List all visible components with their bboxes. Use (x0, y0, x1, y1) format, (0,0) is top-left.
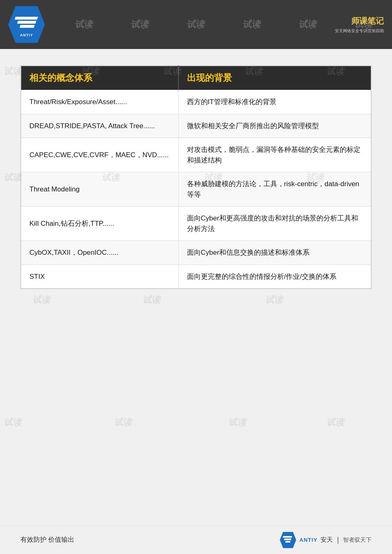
table-cell-right-3: 各种威胁建模的方法论，工具，risk-centric，data-driven等等 (178, 172, 371, 207)
table-cell-right-0: 西方的IT管理和标准化的背景 (178, 90, 371, 114)
header-brand-name: 师课笔记 (351, 16, 384, 27)
table-cell-left-4: Kill Chain,钻石分析,TTP...... (21, 207, 178, 241)
table-cell-left-1: DREAD,STRIDE,PASTA, Attack Tree...... (21, 114, 178, 138)
table-cell-left-2: CAPEC,CWE,CVE,CVRF，MAEC，NVD...... (21, 138, 178, 172)
wm-5: 试读 (242, 18, 262, 31)
main-content: 相关的概念体系 出现的背景 Threat/Risk/Exposure/Asset… (0, 49, 392, 305)
wm-6: 试读 (298, 18, 318, 31)
table-cell-right-6: 面向更完整的综合性的情报分析/作业/交换的体系 (178, 265, 371, 289)
footer-sub-brand: 智者驭天下 (343, 536, 372, 544)
footer-brand-name: 安天 (321, 536, 333, 544)
table-header-row: 相关的概念体系 出现的背景 (21, 66, 371, 90)
header: ANTIY 试读 试读 试读 试读 试读 试读 试读 师课笔记 安天网络安全专训… (0, 0, 392, 49)
footer-stripe-3 (285, 541, 291, 543)
footer-right-area: ANTIY 安天 | 智者驭天下 (280, 532, 372, 548)
table-cell-left-3: Threat Modeling (21, 172, 178, 207)
header-logo: ANTIY (8, 6, 45, 43)
concepts-table: 相关的概念体系 出现的背景 Threat/Risk/Exposure/Asset… (20, 65, 372, 289)
header-right-logo-area: 师课笔记 安天网络安全专训营第四期 (335, 10, 384, 39)
table-row: DREAD,STRIDE,PASTA, Attack Tree......微软和… (21, 114, 371, 138)
table-row: Kill Chain,钻石分析,TTP......面向Cyber和更高强度的攻击… (21, 207, 371, 241)
table-row: CAPEC,CWE,CVE,CVRF，MAEC，NVD......对攻击模式，脆… (21, 138, 371, 172)
table-cell-right-5: 面向Cyber和信息交换的描述和标准体系 (178, 241, 371, 265)
table-cell-left-6: STIX (21, 265, 178, 289)
table-row: CybOX,TAXII，OpenIOC......面向Cyber和信息交换的描述… (21, 241, 371, 265)
bwm-16: 试读 (325, 416, 345, 429)
bwm-15: 试读 (227, 416, 247, 429)
logo-stripe-3 (20, 25, 35, 28)
footer-divider: | (337, 536, 339, 544)
wm-3: 试读 (130, 18, 150, 31)
footer-hex-inner (283, 536, 293, 544)
col2-header: 出现的背景 (178, 66, 371, 90)
footer-antiy-label: ANTIY (299, 537, 317, 543)
table-cell-left-5: CybOX,TAXII，OpenIOC...... (21, 241, 178, 265)
footer-stripe-2 (284, 538, 292, 540)
col1-header: 相关的概念体系 (21, 66, 178, 90)
logo-stripe-2 (17, 21, 36, 24)
table-cell-right-1: 微软和相关安全厂商所推出的风险管理模型 (178, 114, 371, 138)
table-cell-left-0: Threat/Risk/Exposure/Asset...... (21, 90, 178, 114)
logo-antiy-text: ANTIY (20, 33, 33, 37)
header-watermarks: 试读 试读 试读 试读 试读 试读 试读 (0, 0, 392, 49)
table-body: Threat/Risk/Exposure/Asset......西方的IT管理和… (21, 90, 371, 289)
footer-stripe-1 (283, 536, 292, 538)
bwm-14: 试读 (113, 416, 133, 429)
wm-4: 试读 (186, 18, 206, 31)
footer-logo-hex (280, 532, 296, 548)
table-row: STIX面向更完整的综合性的情报分析/作业/交换的体系 (21, 265, 371, 289)
logo-stripe-1 (15, 17, 38, 20)
footer: 有效防护 价值输出 ANTIY 安天 | 智者驭天下 (0, 525, 392, 554)
footer-tagline: 有效防护 价值输出 (20, 536, 74, 544)
table-cell-right-4: 面向Cyber和更高强度的攻击和对抗的场景的分析工具和分析方法 (178, 207, 371, 241)
table-cell-right-2: 对攻击模式，脆弱点，漏洞等各种基础的安全元素的标定和描述结构 (178, 138, 371, 172)
logo-stripes (14, 12, 39, 32)
table-row: Threat Modeling各种威胁建模的方法论，工具，risk-centri… (21, 172, 371, 207)
wm-2: 试读 (74, 18, 94, 31)
header-brand-sub: 安天网络安全专训营第四期 (335, 28, 384, 34)
header-right-brand: 师课笔记 安天网络安全专训营第四期 (335, 10, 384, 39)
bwm-13: 试读 (3, 416, 23, 429)
table-row: Threat/Risk/Exposure/Asset......西方的IT管理和… (21, 90, 371, 114)
